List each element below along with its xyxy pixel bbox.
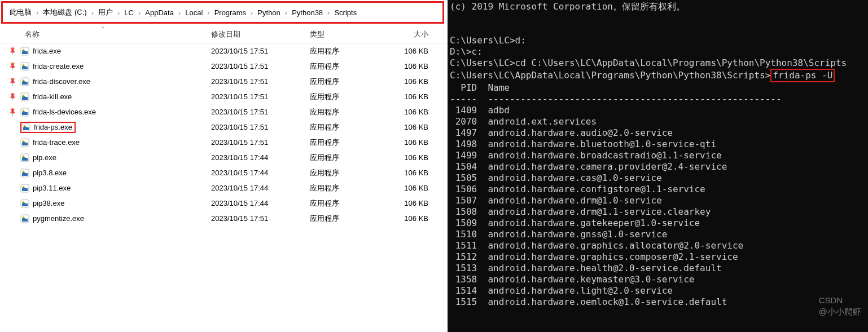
terminal-line: 1515 android.hardware.oemlock@1.0-servic… <box>450 296 866 308</box>
terminal-line: C:\Users\LC>d: <box>450 35 866 46</box>
svg-rect-13 <box>22 112 28 115</box>
breadcrumb-segment[interactable]: Scripts <box>332 7 359 18</box>
exe-file-icon <box>20 62 29 71</box>
terminal-line: 1499 android.hardware.broadcastradio@1.1… <box>450 150 866 161</box>
terminal[interactable]: (c) 2019 Microsoft Corporation。保留所有权利。 C… <box>448 0 868 332</box>
breadcrumb-segment[interactable]: AppData <box>143 7 176 18</box>
pin-column: 📌 <box>5 78 20 85</box>
terminal-line: 1409 adbd <box>450 105 866 116</box>
breadcrumb-segment[interactable]: 本地磁盘 (C:) <box>41 6 89 19</box>
file-date: 2023/10/15 17:51 <box>211 108 310 116</box>
file-size: 106 KB <box>394 199 428 207</box>
terminal-prompt: C:\Users\LC\AppData\Local\Programs\Pytho… <box>450 70 770 81</box>
breadcrumb-segment[interactable]: Programs <box>212 7 248 18</box>
file-type: 应用程序 <box>310 107 394 117</box>
pin-icon: 📌 <box>7 61 17 72</box>
terminal-command-line: C:\Users\LC\AppData\Local\Programs\Pytho… <box>450 69 866 82</box>
svg-rect-4 <box>22 67 28 69</box>
pin-column: 📌 <box>5 47 20 55</box>
terminal-line: 1508 android.hardware.drm@1.1-service.cl… <box>450 206 866 218</box>
file-date: 2023/10/15 17:44 <box>211 184 310 192</box>
file-name: frida-create.exe <box>33 62 84 70</box>
terminal-line: 1513 android.hardware.health@2.0-service… <box>450 263 866 274</box>
file-row[interactable]: 📌frida-kill.exe2023/10/15 17:51应用程序106 K… <box>0 89 448 104</box>
file-name-cell[interactable]: frida-kill.exe <box>20 92 211 101</box>
file-size: 106 KB <box>394 184 428 192</box>
pin-icon: 📌 <box>7 91 17 102</box>
column-size[interactable]: 大小 <box>394 29 428 39</box>
breadcrumb[interactable]: 此电脑›本地磁盘 (C:)›用户›LC›AppData›Local›Progra… <box>1 1 444 24</box>
file-name: frida-discover.exe <box>33 77 90 86</box>
file-name: pip38.exe <box>33 199 64 207</box>
watermark-author: @小小爬虾 <box>819 307 861 316</box>
file-size: 106 KB <box>394 108 428 116</box>
file-size: 106 KB <box>394 153 428 162</box>
file-name-cell[interactable]: frida-discover.exe <box>20 77 211 86</box>
chevron-right-icon: › <box>284 8 288 17</box>
file-row[interactable]: 📌frida.exe2023/10/15 17:51应用程序106 KB <box>0 43 448 59</box>
breadcrumb-segment[interactable]: LC <box>122 7 136 18</box>
terminal-line: D:\>c: <box>450 46 866 57</box>
breadcrumb-segment[interactable]: Python <box>255 7 282 18</box>
column-name[interactable]: 名称 ⌃ <box>25 29 211 39</box>
terminal-line: C:\Users\LC>cd C:\Users\LC\AppData\Local… <box>450 57 866 69</box>
svg-rect-10 <box>22 97 28 100</box>
file-name-cell[interactable]: pip38.exe <box>20 199 211 208</box>
file-row[interactable]: pip.exe2023/10/15 17:44应用程序106 KB <box>0 150 448 165</box>
file-row[interactable]: pip3.8.exe2023/10/15 17:44应用程序106 KB <box>0 165 448 180</box>
file-row[interactable]: frida-trace.exe2023/10/15 17:51应用程序106 K… <box>0 135 448 150</box>
file-name: pygmentize.exe <box>33 214 84 223</box>
terminal-line: 1512 android.hardware.graphics.composer@… <box>450 251 866 263</box>
file-date: 2023/10/15 17:51 <box>211 214 310 223</box>
file-row[interactable]: 📌frida-discover.exe2023/10/15 17:51应用程序1… <box>0 74 448 89</box>
file-name-cell[interactable]: frida-trace.exe <box>20 138 211 147</box>
file-name-cell[interactable]: pip.exe <box>20 153 211 162</box>
file-name-cell[interactable]: pygmentize.exe <box>20 214 211 223</box>
exe-file-icon <box>20 169 29 178</box>
file-name-cell[interactable]: pip3.11.exe <box>20 184 211 193</box>
file-name: frida-ls-devices.exe <box>33 108 96 116</box>
terminal-line: 1498 android.hardware.bluetooth@1.0-serv… <box>450 139 866 150</box>
chevron-right-icon: › <box>206 8 211 17</box>
exe-file-icon <box>20 184 29 193</box>
file-name-cell[interactable]: frida-ls-devices.exe <box>20 108 211 117</box>
terminal-line: 1505 android.hardware.cas@1.0-service <box>450 172 866 184</box>
breadcrumb-segment[interactable]: 用户 <box>96 6 115 19</box>
file-name-cell[interactable]: pip3.8.exe <box>20 169 211 178</box>
svg-rect-28 <box>22 188 28 191</box>
file-name-cell[interactable]: frida.exe <box>20 47 211 56</box>
column-type[interactable]: 类型 <box>310 29 394 39</box>
file-row[interactable]: 📌frida-ls-devices.exe2023/10/15 17:51应用程… <box>0 104 448 119</box>
exe-file-icon <box>20 108 29 117</box>
breadcrumb-segment[interactable]: Python38 <box>290 7 325 18</box>
file-date: 2023/10/15 17:51 <box>211 92 310 101</box>
file-row[interactable]: pip38.exe2023/10/15 17:44应用程序106 KB <box>0 196 448 211</box>
file-row[interactable]: pip3.11.exe2023/10/15 17:44应用程序106 KB <box>0 180 448 196</box>
file-date: 2023/10/15 17:44 <box>211 199 310 207</box>
file-row[interactable]: frida-ps.exe2023/10/15 17:51应用程序106 KB <box>0 119 448 135</box>
breadcrumb-segment[interactable]: 此电脑 <box>7 6 34 19</box>
terminal-line: 1358 android.hardware.keymaster@3.0-serv… <box>450 274 866 285</box>
terminal-line: (c) 2019 Microsoft Corporation。保留所有权利。 <box>450 1 866 12</box>
file-name-cell[interactable]: frida-create.exe <box>20 62 211 71</box>
file-date: 2023/10/15 17:51 <box>211 77 310 86</box>
file-name: frida-ps.exe <box>34 123 72 131</box>
file-size: 106 KB <box>394 62 428 70</box>
terminal-line: 1509 android.hardware.gatekeeper@1.0-ser… <box>450 218 866 229</box>
pin-icon: 📌 <box>7 76 17 87</box>
file-date: 2023/10/15 17:51 <box>211 47 310 55</box>
column-date[interactable]: 修改日期 <box>211 29 310 39</box>
svg-rect-7 <box>22 82 28 85</box>
breadcrumb-segment[interactable]: Local <box>183 7 205 18</box>
file-date: 2023/10/15 17:51 <box>211 123 310 131</box>
file-row[interactable]: pygmentize.exe2023/10/15 17:51应用程序106 KB <box>0 211 448 226</box>
file-name-cell[interactable]: frida-ps.exe <box>20 122 211 133</box>
svg-rect-31 <box>22 203 28 206</box>
file-list[interactable]: 📌frida.exe2023/10/15 17:51应用程序106 KB📌fri… <box>0 43 448 332</box>
file-size: 106 KB <box>394 169 428 177</box>
exe-file-icon <box>20 47 29 56</box>
file-row[interactable]: 📌frida-create.exe2023/10/15 17:51应用程序106… <box>0 59 448 74</box>
file-size: 106 KB <box>394 92 428 101</box>
svg-rect-34 <box>22 219 28 222</box>
exe-file-icon <box>20 77 29 86</box>
